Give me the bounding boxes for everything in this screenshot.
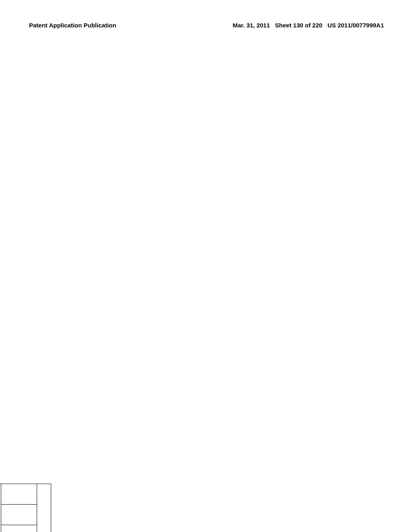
table-row: Planned­Sales­Quantity524800..152482Quan…	[1, 484, 37, 532]
table-row: SalesPriceSpecification52486SalesPri­ceS…	[0, 484, 1, 532]
header-date: Mar. 31, 2011	[233, 22, 270, 29]
header-right: Mar. 31, 2011 Sheet 130 of 220 US 2011/0…	[233, 22, 384, 29]
header-sheet: Sheet 130 of 220	[275, 22, 323, 29]
header-left: Patent Application Publication	[29, 22, 116, 29]
package-cell	[1, 505, 37, 525]
package-cell: SalesPriceSpecification52486	[0, 484, 1, 532]
package-cell	[1, 484, 37, 505]
package-cell	[1, 525, 37, 532]
spec-table: Package level1 level2 level3 level4 leve…	[0, 484, 51, 532]
col-package: Package	[37, 484, 51, 532]
figure-label: FIG. 44-21	[56, 484, 67, 532]
header-pub: US 2011/0077999A1	[327, 22, 384, 29]
